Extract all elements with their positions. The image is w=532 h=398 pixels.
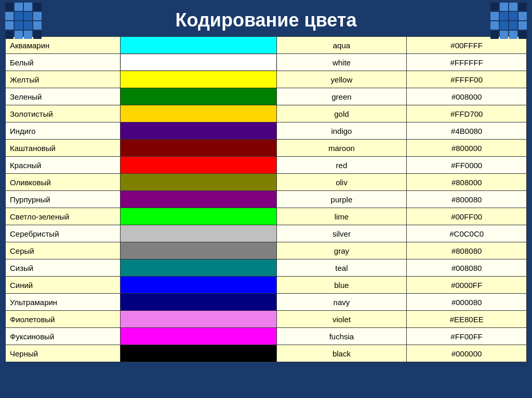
table-row: Золотистыйgold#FFD700 bbox=[6, 105, 527, 122]
english-name: red bbox=[276, 157, 407, 174]
color-swatch bbox=[121, 140, 276, 156]
color-table: Аквамаринaqua#00FFFFБелыйwhite#FFFFFFЖел… bbox=[5, 36, 527, 362]
table-row: Индигоindigo#4B0080 bbox=[6, 122, 527, 140]
color-swatch bbox=[121, 311, 276, 327]
color-swatch bbox=[121, 294, 276, 310]
color-swatch-cell bbox=[120, 294, 276, 311]
hex-code: #4B0080 bbox=[407, 122, 527, 140]
color-swatch-cell bbox=[120, 259, 276, 277]
russian-name: Красный bbox=[6, 157, 121, 174]
english-name: purple bbox=[276, 191, 407, 208]
russian-name: Синий bbox=[6, 277, 121, 294]
hex-code: #FF00FF bbox=[407, 328, 527, 345]
english-name: indigo bbox=[276, 122, 407, 140]
color-swatch-cell bbox=[120, 345, 276, 362]
russian-name: Аквамарин bbox=[6, 37, 121, 54]
english-name: violet bbox=[276, 311, 407, 328]
color-swatch-cell bbox=[120, 54, 276, 71]
english-name: gray bbox=[276, 242, 407, 259]
russian-name: Светло-зеленый bbox=[6, 208, 121, 225]
russian-name: Каштановый bbox=[6, 140, 121, 157]
title-area: Кодирование цвета bbox=[5, 5, 527, 36]
hex-code: #000000 bbox=[407, 345, 527, 362]
color-swatch bbox=[121, 259, 276, 276]
corner-decoration-left bbox=[5, 3, 42, 39]
russian-name: Белый bbox=[6, 54, 121, 71]
russian-name: Оливковый bbox=[6, 174, 121, 191]
english-name: yellow bbox=[276, 71, 407, 88]
hex-code: #FFFF00 bbox=[407, 71, 527, 88]
color-swatch-cell bbox=[120, 37, 276, 54]
color-swatch-cell bbox=[120, 88, 276, 105]
hex-code: #0000FF bbox=[407, 277, 527, 294]
hex-code: #FFFFFF bbox=[407, 54, 527, 71]
table-row: Сизыйteal#008080 bbox=[6, 259, 527, 277]
color-swatch bbox=[121, 122, 276, 139]
color-swatch bbox=[121, 191, 276, 208]
corner-decoration-right bbox=[490, 3, 527, 39]
english-name: teal bbox=[276, 259, 407, 277]
color-swatch bbox=[121, 208, 276, 225]
table-row: Светло-зеленыйlime#00FF00 bbox=[6, 208, 527, 225]
color-swatch-cell bbox=[120, 225, 276, 242]
english-name: navy bbox=[276, 294, 407, 311]
color-swatch-cell bbox=[120, 191, 276, 208]
color-swatch bbox=[121, 242, 276, 259]
table-row: Пурпурныйpurple#800080 bbox=[6, 191, 527, 208]
hex-code: #000080 bbox=[407, 294, 527, 311]
color-swatch-cell bbox=[120, 71, 276, 88]
russian-name: Серый bbox=[6, 242, 121, 259]
color-swatch bbox=[121, 37, 276, 53]
color-swatch bbox=[121, 225, 276, 242]
hex-code: #800080 bbox=[407, 191, 527, 208]
table-row: Фиолетовыйviolet#EE80EE bbox=[6, 311, 527, 328]
hex-code: #FF0000 bbox=[407, 157, 527, 174]
hex-code: #00FF00 bbox=[407, 208, 527, 225]
color-swatch bbox=[121, 88, 276, 105]
table-row: Серебристыйsilver#C0C0C0 bbox=[6, 225, 527, 242]
russian-name: Пурпурный bbox=[6, 191, 121, 208]
table-row: Серыйgray#808080 bbox=[6, 242, 527, 259]
russian-name: Фуксиновый bbox=[6, 328, 121, 345]
table-row: Черныйblack#000000 bbox=[6, 345, 527, 362]
color-swatch-cell bbox=[120, 140, 276, 157]
table-row: Оливковыйoliv#808000 bbox=[6, 174, 527, 191]
russian-name: Фиолетовый bbox=[6, 311, 121, 328]
table-row: Желтыйyellow#FFFF00 bbox=[6, 71, 527, 88]
russian-name: Черный bbox=[6, 345, 121, 362]
color-swatch-cell bbox=[120, 277, 276, 294]
color-swatch bbox=[121, 277, 276, 293]
hex-code: #00FFFF bbox=[407, 37, 527, 54]
table-row: Красныйred#FF0000 bbox=[6, 157, 527, 174]
color-swatch-cell bbox=[120, 208, 276, 225]
hex-code: #EE80EE bbox=[407, 311, 527, 328]
color-swatch bbox=[121, 157, 276, 173]
table-row: Фуксиновыйfuchsia#FF00FF bbox=[6, 328, 527, 345]
russian-name: Желтый bbox=[6, 71, 121, 88]
english-name: blue bbox=[276, 277, 407, 294]
russian-name: Индиго bbox=[6, 122, 121, 140]
english-name: fuchsia bbox=[276, 328, 407, 345]
russian-name: Зеленый bbox=[6, 88, 121, 105]
hex-code: #C0C0C0 bbox=[407, 225, 527, 242]
english-name: silver bbox=[276, 225, 407, 242]
color-swatch bbox=[121, 105, 276, 122]
table-row: Аквамаринaqua#00FFFF bbox=[6, 37, 527, 54]
page-title: Кодирование цвета bbox=[175, 9, 356, 31]
english-name: lime bbox=[276, 208, 407, 225]
russian-name: Золотистый bbox=[6, 105, 121, 122]
color-table-container: Аквамаринaqua#00FFFFБелыйwhite#FFFFFFЖел… bbox=[5, 36, 527, 393]
russian-name: Ультрамарин bbox=[6, 294, 121, 311]
english-name: aqua bbox=[276, 37, 407, 54]
english-name: gold bbox=[276, 105, 407, 122]
hex-code: #008000 bbox=[407, 88, 527, 105]
color-swatch bbox=[121, 54, 276, 71]
hex-code: #808000 bbox=[407, 174, 527, 191]
table-row: Зеленыйgreen#008000 bbox=[6, 88, 527, 105]
hex-code: #800000 bbox=[407, 140, 527, 157]
color-swatch-cell bbox=[120, 157, 276, 174]
color-swatch-cell bbox=[120, 328, 276, 345]
table-row: Синийblue#0000FF bbox=[6, 277, 527, 294]
color-swatch bbox=[121, 345, 276, 362]
english-name: oliv bbox=[276, 174, 407, 191]
